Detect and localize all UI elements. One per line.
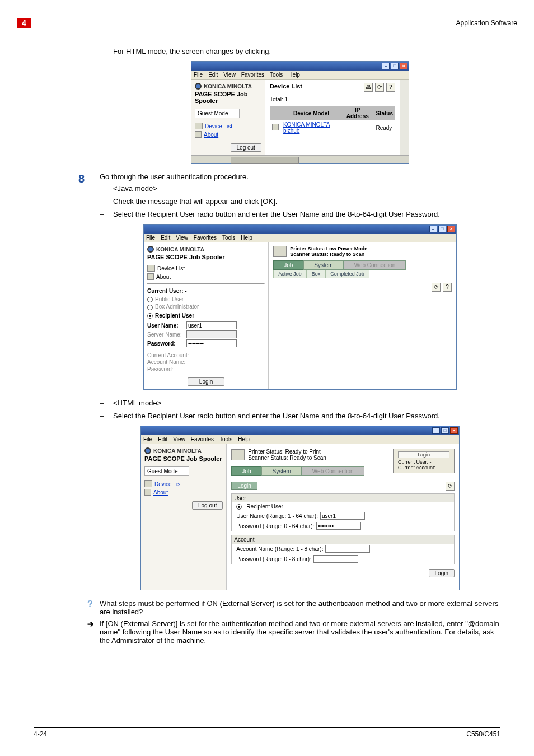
username-input[interactable] [186,321,237,329]
menu-file[interactable]: File [146,235,155,241]
opt-boxadmin-label: Box Administrator [155,304,199,310]
table-row[interactable]: KONICA MINOLTA bizhub Ready [270,120,395,135]
menu-view[interactable]: View [173,436,185,442]
nav-about[interactable]: About [147,273,265,280]
menu-file[interactable]: File [143,436,152,442]
subtab-completed-job[interactable]: Completed Job [325,270,369,278]
page-header: 4 Application Software [17,18,517,28]
screenshot-device-list: – □ × File Edit View Favorites Tools Hel… [191,61,409,164]
brand-icon [195,83,202,90]
vertical-scrollbar[interactable] [400,80,409,155]
password-input[interactable] [316,522,361,530]
col-status[interactable]: Status [373,106,395,120]
menu-favorites[interactable]: Favorites [191,436,214,442]
list-icon [195,123,203,129]
refresh-icon[interactable]: ⟳ [375,83,384,92]
subtab-box[interactable]: Box [307,270,326,278]
logout-button[interactable]: Log out [231,143,261,152]
main-panel: Device List 🖶 ⟳ ? Total: 1 Device Model … [265,80,400,155]
maximize-button[interactable]: □ [441,427,449,434]
spooler-title: PAGE SCOPE Job Spooler [195,91,261,104]
menu-tools[interactable]: Tools [270,72,283,78]
guest-mode-label: Guest Mode [144,466,189,476]
refresh-icon[interactable]: ⟳ [446,482,455,491]
menubar: File Edit View Favorites Tools Help [141,435,459,444]
menu-view[interactable]: View [223,72,236,78]
menu-tools[interactable]: Tools [219,436,232,442]
brand-icon [147,246,154,253]
radio-box-admin[interactable] [147,305,153,310]
tab-job[interactable]: Job [231,466,261,476]
maximize-button[interactable]: □ [438,226,446,232]
brand-text: KONICA MINOLTA [153,448,202,454]
username-input[interactable] [320,512,365,520]
col-device-model[interactable]: Device Model [281,106,341,120]
tab-system[interactable]: System [303,260,343,270]
radio-recipient-user[interactable] [236,504,242,510]
answer-text: If [ON (External Server)] is set for the… [100,619,499,645]
minimize-button[interactable]: – [429,226,437,232]
badge-current-account: Current Account: - [398,465,439,470]
menu-help[interactable]: Help [288,72,300,78]
nav-device-list[interactable]: Device List [147,265,265,272]
nav-about-label: About [204,132,218,138]
account-name-input[interactable] [325,545,370,553]
menubar: File Edit View Favorites Tools Help [144,234,456,242]
nav-about[interactable]: About [144,489,223,496]
maximize-button[interactable]: □ [391,63,399,69]
step-8: 8 Go through the user authentication pro… [100,172,500,218]
total-count: Total: 1 [270,96,395,102]
footer-right: C550/C451 [466,730,500,738]
menu-favorites[interactable]: Favorites [241,72,264,78]
menu-help[interactable]: Help [238,436,250,442]
col-ip-address[interactable]: IP Address [341,106,373,120]
login-button[interactable]: Login [429,569,455,577]
refresh-icon[interactable]: ⟳ [432,283,441,292]
device-model-link[interactable]: KONICA MINOLTA bizhub [281,120,341,135]
close-button[interactable]: × [400,63,407,69]
minimize-button[interactable]: – [382,63,390,69]
help-icon[interactable]: ? [386,83,395,92]
menu-edit[interactable]: Edit [158,436,167,442]
subtab-active-job[interactable]: Active Job [273,270,307,278]
java-mode-label: <Java mode> [113,184,157,193]
header-title: Application Software [456,19,517,27]
chapter-number: 4 [17,18,31,28]
menu-favorites[interactable]: Favorites [194,235,217,241]
tab-job[interactable]: Job [273,260,303,270]
radio-recipient-user[interactable] [147,313,153,319]
opt-recipient-label: Recipient User [155,312,194,319]
logout-button[interactable]: Log out [192,501,223,510]
menu-view[interactable]: View [176,235,188,241]
minimize-button[interactable]: – [432,427,440,434]
question-block: ? What steps must be performed if ON (Ex… [100,599,500,616]
brand: KONICA MINOLTA [147,246,265,253]
tab-system[interactable]: System [261,466,301,476]
horizontal-scrollbar[interactable] [191,155,409,163]
screenshot-java-login: – □ × File Edit View Favorites Tools Hel… [143,224,457,390]
device-icon [272,124,279,130]
header-rule [17,29,517,29]
window-body: KONICA MINOLTA PAGE SCOPE Job Spooler Gu… [191,80,409,155]
menu-file[interactable]: File [194,72,203,78]
nav-device-list[interactable]: Device List [195,123,261,129]
login-button[interactable]: Login [188,377,224,386]
menu-help[interactable]: Help [241,235,252,241]
guest-mode-label: Guest Mode [195,109,240,118]
info-icon [144,489,151,496]
print-icon[interactable]: 🖶 [364,83,373,92]
menu-tools[interactable]: Tools [222,235,235,241]
menu-edit[interactable]: Edit [161,235,170,241]
nav-about[interactable]: About [195,131,261,138]
opt-public-label: Public User [155,296,184,302]
nav-device-list[interactable]: Device List [144,480,223,487]
radio-public-user[interactable] [147,297,153,302]
help-icon[interactable]: ? [443,283,452,292]
close-button[interactable]: × [447,226,455,232]
password-input[interactable] [186,339,237,347]
password-label: Password (Range: 0 - 64 char): [236,523,314,529]
account-pw-input[interactable] [313,555,358,563]
menu-edit[interactable]: Edit [208,72,218,78]
tab-web-connection: Web Connection [302,466,364,476]
close-button[interactable]: × [450,427,458,434]
